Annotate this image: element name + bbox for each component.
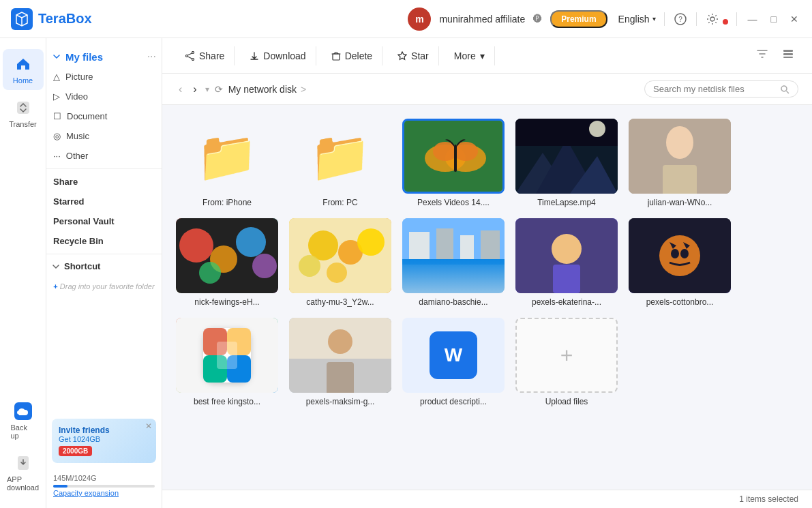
file-item-pexels-videos[interactable]: ✓ ▶ Pexels Videos 14....	[402, 119, 505, 207]
star-icon	[397, 51, 407, 61]
search-input[interactable]	[653, 84, 776, 94]
file-item-kingston[interactable]: best free kingsto...	[176, 318, 278, 406]
folder-thumb: 📁	[176, 119, 278, 194]
sidebar-item-picture[interactable]: △ Picture	[46, 67, 162, 87]
mountains-art	[515, 119, 618, 194]
file-item-nick-fewings[interactable]: nick-fewings-eH...	[176, 218, 278, 307]
star-button[interactable]: Star	[388, 46, 439, 65]
dropdown-arrow-button[interactable]: ▾	[205, 85, 209, 94]
sidebar-item-share[interactable]: Share	[46, 172, 162, 192]
folder-icon: 📁	[196, 132, 258, 181]
breadcrumb-bar: ‹ › ▾ ⟳ My network disk >	[162, 74, 812, 105]
file-item-from-pc[interactable]: 📁 From: PC	[289, 119, 391, 207]
breadcrumb-root[interactable]: My network disk	[228, 84, 297, 95]
share-button[interactable]: Share	[176, 46, 235, 65]
file-name: Pexels Videos 14....	[417, 198, 490, 207]
upload-placeholder[interactable]: +	[515, 318, 618, 393]
plus-icon: +	[560, 343, 573, 368]
svg-rect-48	[402, 259, 505, 265]
file-item-product-desc[interactable]: W product descripti...	[402, 318, 505, 406]
file-item-damiano[interactable]: damiano-baschie...	[402, 218, 505, 307]
file-item-cathy-mu[interactable]: cathy-mu-3_Y2w...	[289, 218, 391, 307]
svg-text:?: ?	[678, 16, 682, 23]
video-thumb: ▶	[629, 218, 731, 293]
image-thumb	[176, 218, 278, 293]
premium-button[interactable]: Premium	[550, 10, 607, 28]
capacity-expansion-link[interactable]: Capacity expansion	[53, 489, 155, 497]
more-chevron-icon: ▾	[480, 50, 485, 61]
settings-button[interactable]	[705, 12, 720, 27]
delete-button[interactable]: Delete	[322, 46, 382, 65]
sidebar-item-other[interactable]: ··· Other	[46, 146, 162, 166]
wps-thumb: W	[402, 318, 505, 393]
filter-button[interactable]	[752, 45, 772, 66]
svg-point-56	[671, 249, 679, 258]
sidebar-item-starred[interactable]: Starred	[46, 192, 162, 211]
file-item-from-iphone[interactable]: 📁 From: iPhone	[176, 119, 278, 207]
sidebar-item-app-download[interactable]: APPdownload	[3, 448, 44, 497]
sidebar-spacer	[46, 297, 162, 413]
shortcut-header: Shortcut	[46, 257, 162, 275]
file-name: best free kingsto...	[194, 397, 260, 406]
breadcrumb: My network disk >	[228, 84, 307, 95]
portrait-art	[629, 119, 731, 194]
nav-back-button[interactable]: ‹	[176, 82, 185, 97]
backup-icon	[14, 402, 33, 421]
notification-dot	[723, 19, 728, 25]
sidebar-item-video[interactable]: ▷ Video	[46, 87, 162, 106]
file-item-timelapse[interactable]: ▶ TimeLapse.mp4	[515, 119, 618, 207]
close-button[interactable]: ✕	[787, 14, 801, 25]
download-icon	[250, 51, 259, 61]
help-button[interactable]: ?	[673, 12, 688, 27]
icon-sidebar: Home Transfer Back up APPdownload	[0, 38, 46, 508]
document-icon: ☐	[53, 111, 61, 121]
language-selector[interactable]: English ▾	[618, 14, 656, 25]
invite-card[interactable]: ✕ Invite friends Get 1024GB 2000GB	[52, 419, 156, 463]
file-item-pexels-maksim[interactable]: ▶ pexels-maksim-g...	[289, 318, 391, 406]
app-download-icon	[14, 453, 33, 473]
main-layout: Home Transfer Back up APPdownload	[0, 38, 812, 508]
sidebar-item-backup[interactable]: Back up	[3, 396, 44, 445]
file-item-pexels-ekaterina[interactable]: ▶ pexels-ekaterina-...	[515, 218, 618, 307]
video-thumb: ▶	[515, 119, 618, 194]
sidebar-item-personal-vault[interactable]: Personal Vault	[46, 211, 162, 231]
svg-rect-64	[217, 342, 237, 369]
file-item-julian-wan[interactable]: julian-wan-WNo...	[629, 119, 731, 207]
svg-point-7	[192, 51, 194, 53]
my-files-more-icon[interactable]: ···	[147, 50, 156, 63]
video-thumb: ▶	[515, 218, 618, 293]
invite-close-button[interactable]: ✕	[145, 421, 152, 431]
svg-point-28	[666, 126, 693, 159]
sidebar-item-home[interactable]: Home	[3, 49, 44, 90]
upload-label: Upload files	[545, 397, 588, 406]
separator	[664, 12, 665, 26]
minimize-button[interactable]: —	[745, 14, 760, 25]
sidebar-item-music[interactable]: ◎ Music	[46, 126, 162, 146]
music-icon: ◎	[53, 131, 61, 141]
svg-point-26	[589, 121, 605, 137]
refresh-button[interactable]: ⟳	[215, 84, 223, 95]
sidebar-item-document[interactable]: ☐ Document	[46, 106, 162, 126]
breadcrumb-separator: >	[301, 84, 306, 95]
invite-sub: Get 1024GB	[59, 435, 149, 443]
transfer-label: Transfer	[9, 120, 37, 128]
search-icon[interactable]	[780, 85, 790, 94]
svg-point-39	[299, 255, 320, 277]
maximize-button[interactable]: □	[768, 14, 779, 25]
file-name: From: iPhone	[202, 198, 252, 207]
file-item-upload[interactable]: + Upload files	[515, 318, 618, 406]
download-button[interactable]: Download	[240, 46, 316, 65]
svg-point-67	[328, 329, 352, 354]
sidebar-item-transfer[interactable]: Transfer	[3, 93, 44, 134]
search-wrap	[644, 80, 798, 98]
more-button[interactable]: More ▾	[445, 46, 495, 65]
list-view-button[interactable]	[778, 45, 798, 66]
sidebar-item-recycle-bin[interactable]: Recycle Bin	[46, 231, 162, 251]
sidebar-divider2	[46, 254, 162, 254]
file-item-pexels-cottonbro[interactable]: ▶ pexels-cottonbro...	[629, 218, 731, 307]
nav-forward-button[interactable]: ›	[190, 82, 199, 97]
delete-icon	[331, 51, 341, 61]
storage-text: 145M/1024G	[53, 474, 155, 482]
backup-label: Back up	[11, 423, 35, 440]
svg-point-41	[327, 263, 347, 283]
